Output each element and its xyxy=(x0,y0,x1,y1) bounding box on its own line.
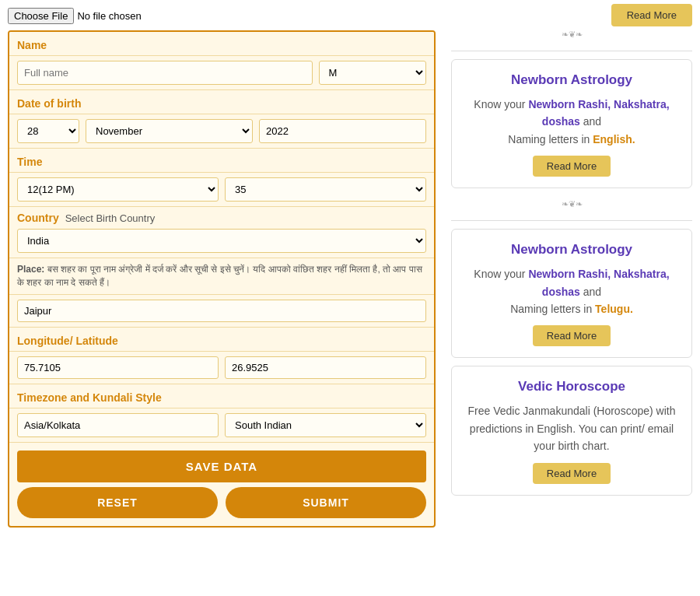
dob-section-header: Date of birth xyxy=(9,90,434,114)
place-input-row xyxy=(9,295,434,328)
card3-read-more-button[interactable]: Read More xyxy=(533,463,611,484)
ornament-2: ❧❦❧ xyxy=(451,199,692,209)
form-container: Name M F Other Date of birth 28 1234 567… xyxy=(8,30,436,528)
name-row: M F Other xyxy=(9,56,434,90)
kundali-style-select[interactable]: South Indian North Indian East Indian xyxy=(225,413,426,437)
timezone-input[interactable] xyxy=(17,413,219,437)
card1-read-more-button[interactable]: Read More xyxy=(533,156,611,177)
file-upload-row xyxy=(8,8,436,24)
divider-2 xyxy=(451,220,692,221)
longitude-input[interactable] xyxy=(17,356,219,379)
timezone-label: Timezone and Kundali Style xyxy=(17,391,162,404)
dob-row: 28 1234 5678 9101112 13141516 17181920 2… xyxy=(9,114,434,149)
bottom-btn-row: RESET SUBMIT xyxy=(9,487,434,526)
lat-lon-row xyxy=(9,352,434,384)
country-select[interactable]: India USAUKCanadaAustralia xyxy=(17,229,426,253)
ornament-1: ❧❦❧ xyxy=(451,30,692,40)
longlat-label: Longitude/ Latitude xyxy=(17,335,118,347)
country-select-row: India USAUKCanadaAustralia xyxy=(9,224,434,258)
reset-button[interactable]: RESET xyxy=(17,487,218,518)
top-read-more-button[interactable]: Read More xyxy=(611,4,692,26)
name-label: Name xyxy=(17,39,47,51)
time-label: Time xyxy=(17,156,42,168)
country-label-row: Country Select Birth Country xyxy=(9,207,434,224)
place-hint: Place: बस शहर का पूरा नाम अंग्रेजी में द… xyxy=(9,258,434,295)
submit-button[interactable]: SUBMIT xyxy=(226,487,426,518)
time-row: 12(12 PM) 0(12 AM)1(1 AM)2(2 AM) 3(3 AM)… xyxy=(9,173,434,207)
place-input[interactable] xyxy=(17,300,426,322)
file-input[interactable] xyxy=(8,8,199,24)
time-section-header: Time xyxy=(9,149,434,173)
tz-row: South Indian North Indian East Indian xyxy=(9,408,434,443)
time-hour-select[interactable]: 12(12 PM) 0(12 AM)1(1 AM)2(2 AM) 3(3 AM)… xyxy=(17,177,219,202)
page-wrapper: Name M F Other Date of birth 28 1234 567… xyxy=(0,0,700,596)
latitude-input[interactable] xyxy=(225,356,426,379)
sidebar: Read More ❧❦❧ Newborn Astrology Know you… xyxy=(443,0,700,596)
card2-read-more-button[interactable]: Read More xyxy=(533,325,611,346)
form-section: Name M F Other Date of birth 28 1234 567… xyxy=(0,0,443,596)
card3-body: Free Vedic Janmakundali (Horoscope) with… xyxy=(463,402,681,454)
card1-lang: English. xyxy=(593,133,635,145)
card1-title: Newborn Astrology xyxy=(463,72,681,88)
card1-body: Know your Newborn Rashi, Nakshatra, dosh… xyxy=(463,96,681,148)
dob-day-select[interactable]: 28 1234 5678 9101112 13141516 17181920 2… xyxy=(17,119,79,143)
timezone-section-header: Timezone and Kundali Style xyxy=(9,384,434,408)
card-newborn-telugu: Newborn Astrology Know your Newborn Rash… xyxy=(451,229,692,358)
time-minute-select[interactable]: 35 051015 20253040 455055 xyxy=(225,177,426,202)
card2-title: Newborn Astrology xyxy=(463,242,681,258)
save-data-button[interactable]: SAVE DATA xyxy=(17,451,426,482)
gender-select[interactable]: M F Other xyxy=(319,61,427,85)
divider-1 xyxy=(451,51,692,51)
card2-and: and xyxy=(583,286,601,298)
card2-lang: Telugu. xyxy=(595,303,633,315)
card3-text: Free Vedic Janmakundali (Horoscope) with… xyxy=(468,405,676,452)
place-label: Place: xyxy=(17,264,44,275)
country-sublabel: Select Birth Country xyxy=(65,212,156,224)
dob-label: Date of birth xyxy=(17,97,81,110)
country-label: Country xyxy=(17,212,59,224)
card2-body: Know your Newborn Rashi, Nakshatra, dosh… xyxy=(463,265,681,317)
card-newborn-english: Newborn Astrology Know your Newborn Rash… xyxy=(451,59,692,188)
full-name-input[interactable] xyxy=(17,61,313,85)
name-section-header: Name xyxy=(9,32,434,56)
card3-title: Vedic Horoscope xyxy=(463,379,681,394)
dob-year-input[interactable] xyxy=(259,119,426,143)
dob-month-select[interactable]: JanuaryFebruaryMarch AprilMayJune JulyAu… xyxy=(86,119,253,143)
longlat-section-header: Longitude/ Latitude xyxy=(9,328,434,352)
top-card-area: Read More xyxy=(451,0,692,26)
place-hint-text: बस शहर का पूरा नाम अंग्रेजी में दर्ज करे… xyxy=(17,264,422,288)
card-vedic-horoscope: Vedic Horoscope Free Vedic Janmakundali … xyxy=(451,366,692,495)
card1-and: and xyxy=(583,115,601,128)
